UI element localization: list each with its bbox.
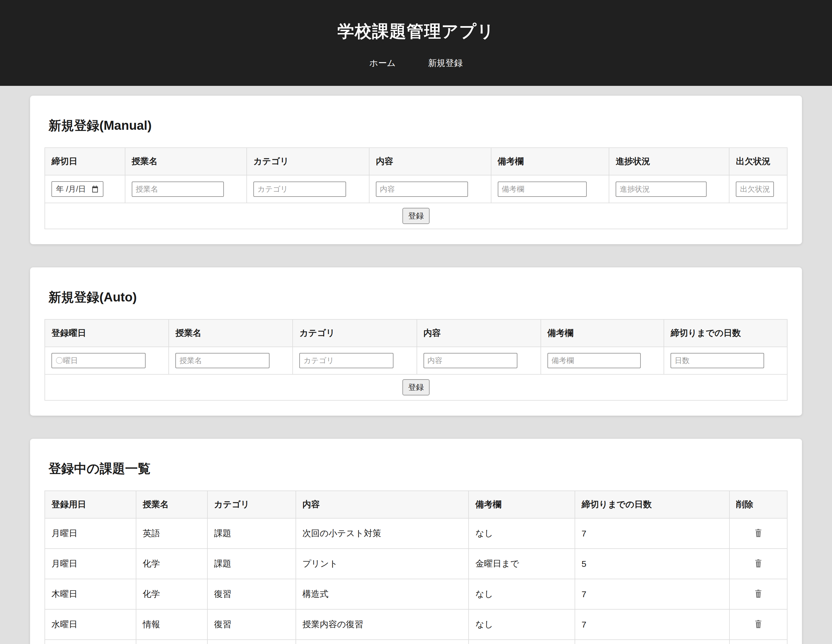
task-day-cell: 火曜日	[45, 640, 136, 644]
task-days-left-cell: 7	[575, 609, 730, 640]
task-subject-cell: 化学	[136, 549, 207, 579]
task-days-left-cell: 7	[575, 579, 730, 609]
manual-progress-input[interactable]	[616, 181, 707, 197]
task-list-card: 登録中の課題一覧 登録用日 授業名 カテゴリ 内容 備考欄 締切りまでの日数 削…	[30, 439, 802, 644]
task-category-cell: 課題	[207, 518, 296, 549]
column-header-note: 備考欄	[541, 319, 664, 347]
task-subject-cell: 数学	[136, 640, 207, 644]
manual-subject-input[interactable]	[132, 181, 224, 197]
auto-note-input[interactable]	[547, 353, 641, 368]
column-header-content: 内容	[417, 319, 541, 347]
delete-task-button[interactable]	[752, 557, 764, 569]
task-note-cell: なし	[469, 579, 575, 609]
delete-task-button[interactable]	[752, 588, 764, 599]
task-note-cell: なし	[469, 609, 575, 640]
task-content-cell: 授業内容の復習	[296, 640, 469, 644]
auto-header-row: 登録曜日 授業名 カテゴリ 内容 備考欄 締切りまでの日数	[45, 319, 787, 347]
column-header-subject: 授業名	[125, 148, 247, 175]
trash-icon	[754, 625, 762, 630]
task-list-title: 登録中の課題一覧	[48, 460, 784, 477]
task-subject-cell: 化学	[136, 579, 207, 609]
app-title: 学校課題管理アプリ	[0, 20, 832, 43]
task-category-cell: 復習	[207, 579, 296, 609]
manual-header-row: 締切日 授業名 カテゴリ 内容 備考欄 進捗状況 出欠状況	[45, 148, 787, 175]
task-days-left-cell: 7	[575, 640, 730, 644]
manual-section-title: 新規登録(Manual)	[48, 117, 784, 134]
column-header-delete: 削除	[730, 491, 787, 518]
auto-submit-row: 登録	[45, 374, 787, 400]
nav-home-link[interactable]: ホーム	[369, 57, 395, 69]
nav-register-link[interactable]: 新規登録	[428, 57, 463, 69]
column-header-content: 内容	[369, 148, 491, 175]
trash-icon	[754, 534, 762, 538]
task-subject-cell: 英語	[136, 518, 207, 549]
manual-submit-button[interactable]: 登録	[402, 208, 430, 224]
auto-form-table: 登録曜日 授業名 カテゴリ 内容 備考欄 締切りまでの日数	[45, 319, 787, 400]
manual-register-card: 新規登録(Manual) 締切日 授業名 カテゴリ 内容 備考欄 進捗状況 出欠…	[30, 96, 802, 244]
task-row: 月曜日 英語 課題 次回の小テスト対策 なし 7	[45, 518, 787, 549]
column-header-subject: 授業名	[169, 319, 293, 347]
column-header-note: 備考欄	[491, 148, 609, 175]
task-day-cell: 水曜日	[45, 609, 136, 640]
task-day-cell: 月曜日	[45, 518, 136, 549]
manual-attendance-input[interactable]	[736, 181, 774, 197]
main-nav: ホーム 新規登録	[0, 57, 832, 69]
auto-weekday-input[interactable]	[51, 353, 146, 368]
auto-subject-input[interactable]	[175, 353, 270, 368]
column-header-deadline: 締切日	[45, 148, 125, 175]
deadline-date-input[interactable]: 年 /月/日	[51, 181, 103, 197]
task-row: 水曜日 情報 復習 授業内容の復習 なし 7	[45, 609, 787, 640]
auto-input-row	[45, 347, 787, 374]
column-header-attendance: 出欠状況	[729, 148, 787, 175]
delete-task-button[interactable]	[752, 618, 764, 630]
column-header-category: カテゴリ	[247, 148, 369, 175]
task-day-cell: 月曜日	[45, 549, 136, 579]
manual-content-input[interactable]	[376, 181, 468, 197]
column-header-category: カテゴリ	[207, 491, 296, 518]
trash-icon	[754, 595, 762, 599]
trash-icon	[754, 564, 762, 569]
task-days-left-cell: 5	[575, 549, 730, 579]
column-header-days-left: 締切りまでの日数	[664, 319, 787, 347]
task-note-cell: 金曜日まで	[469, 549, 575, 579]
main-content: 新規登録(Manual) 締切日 授業名 カテゴリ 内容 備考欄 進捗状況 出欠…	[0, 86, 832, 644]
task-row: 月曜日 化学 課題 プリント 金曜日まで 5	[45, 549, 787, 579]
auto-content-input[interactable]	[424, 353, 518, 368]
auto-submit-button[interactable]: 登録	[402, 379, 430, 396]
auto-days-input[interactable]	[670, 353, 764, 368]
task-subject-cell: 情報	[136, 609, 207, 640]
date-input-value: 年 /月/日	[56, 184, 86, 194]
task-category-cell: 復習	[207, 640, 296, 644]
column-header-content: 内容	[296, 491, 469, 518]
manual-submit-row: 登録	[45, 203, 787, 229]
manual-note-input[interactable]	[498, 181, 587, 197]
auto-section-title: 新規登録(Auto)	[48, 289, 784, 306]
column-header-progress: 進捗状況	[609, 148, 729, 175]
task-day-cell: 木曜日	[45, 579, 136, 609]
manual-form-table: 締切日 授業名 カテゴリ 内容 備考欄 進捗状況 出欠状況 年 /月/日	[45, 147, 787, 229]
task-list-table: 登録用日 授業名 カテゴリ 内容 備考欄 締切りまでの日数 削除 月曜日 英語 …	[45, 490, 787, 644]
delete-task-button[interactable]	[752, 527, 764, 539]
task-content-cell: プリント	[296, 549, 469, 579]
task-note-cell: なし	[469, 640, 575, 644]
calendar-icon	[91, 185, 99, 193]
manual-input-row: 年 /月/日	[45, 175, 787, 203]
task-row: 木曜日 化学 復習 構造式 なし 7	[45, 579, 787, 609]
column-header-registered-day: 登録用日	[45, 491, 136, 518]
task-category-cell: 復習	[207, 609, 296, 640]
column-header-category: カテゴリ	[293, 319, 417, 347]
app-header: 学校課題管理アプリ ホーム 新規登録	[0, 0, 832, 86]
task-content-cell: 授業内容の復習	[296, 609, 469, 640]
task-days-left-cell: 7	[575, 518, 730, 549]
list-header-row: 登録用日 授業名 カテゴリ 内容 備考欄 締切りまでの日数 削除	[45, 491, 787, 518]
auto-category-input[interactable]	[299, 353, 394, 368]
task-content-cell: 構造式	[296, 579, 469, 609]
manual-category-input[interactable]	[253, 181, 346, 197]
auto-register-card: 新規登録(Auto) 登録曜日 授業名 カテゴリ 内容 備考欄 締切りまでの日数	[30, 268, 802, 416]
column-header-days-left: 締切りまでの日数	[575, 491, 730, 518]
task-note-cell: なし	[469, 518, 575, 549]
column-header-note: 備考欄	[469, 491, 575, 518]
task-content-cell: 次回の小テスト対策	[296, 518, 469, 549]
task-row: 火曜日 数学 復習 授業内容の復習 なし 7	[45, 640, 787, 644]
task-category-cell: 課題	[207, 549, 296, 579]
